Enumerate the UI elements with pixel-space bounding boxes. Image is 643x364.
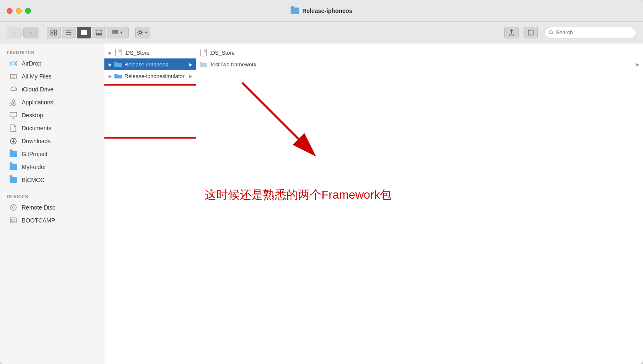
svg-line-32 bbox=[242, 83, 313, 154]
gitproject-icon bbox=[9, 150, 18, 158]
column-1: ▶ .DS_Store ▶ Release-iphoneos ▶ bbox=[104, 43, 196, 364]
file-row-ds-store-1[interactable]: ▶ .DS_Store bbox=[104, 47, 196, 58]
arrow-release-iphoneos: ▶ bbox=[189, 62, 192, 67]
annotation-area: 这时候还是熟悉的两个Framework包 bbox=[196, 70, 643, 321]
sidebar-item-bjcmcc[interactable]: BjCMCC bbox=[3, 174, 101, 186]
nav-buttons: ‹ › bbox=[7, 27, 38, 38]
search-input[interactable] bbox=[556, 29, 632, 35]
search-bar[interactable] bbox=[544, 27, 636, 38]
list-view-button[interactable] bbox=[62, 27, 76, 38]
filename-ds-store-1: .DS_Store bbox=[124, 50, 192, 56]
annotation-box bbox=[104, 84, 196, 139]
myfolder-icon bbox=[9, 163, 18, 171]
file-row-release-iphonesimulator[interactable]: ▶ Release-iphonesimulator ▶ bbox=[104, 70, 196, 82]
grid-icon bbox=[51, 30, 57, 35]
tag-button[interactable] bbox=[524, 27, 538, 38]
svg-rect-30 bbox=[12, 219, 15, 222]
tag-icon bbox=[527, 29, 534, 36]
sidebar: Favorites AirDrop bbox=[0, 43, 104, 364]
search-icon bbox=[549, 30, 554, 35]
share-icon bbox=[508, 29, 515, 36]
expand-arrow-simulator: ▶ bbox=[109, 74, 112, 78]
cover-flow-icon bbox=[96, 30, 102, 35]
annotation-text: 这时候还是熟悉的两个Framework包 bbox=[205, 187, 392, 203]
svg-rect-20 bbox=[10, 74, 16, 79]
maximize-button[interactable] bbox=[25, 8, 31, 14]
arrow-release-iphonesimulator: ▶ bbox=[189, 74, 192, 78]
sidebar-item-bootcamp[interactable]: BOOTCAMP bbox=[3, 214, 101, 227]
sidebar-label-downloads: Downloads bbox=[22, 138, 51, 144]
icon-view-button[interactable] bbox=[47, 27, 61, 38]
sidebar-item-remote-disc[interactable]: Remote Disc bbox=[3, 201, 101, 214]
svg-rect-3 bbox=[54, 33, 56, 35]
toolbar: ‹ › bbox=[0, 22, 643, 43]
all-my-files-icon bbox=[9, 72, 18, 81]
title-folder-icon bbox=[291, 8, 299, 14]
expand-arrow-ds-store: ▶ bbox=[109, 51, 112, 55]
sidebar-label-remote-disc: Remote Disc bbox=[22, 204, 55, 211]
downloads-icon bbox=[9, 137, 18, 145]
sidebar-item-all-my-files[interactable]: All My Files bbox=[3, 70, 101, 83]
svg-rect-13 bbox=[113, 30, 118, 32]
sidebar-item-gitproject[interactable]: GitProject bbox=[3, 148, 101, 160]
share-button[interactable] bbox=[504, 27, 519, 38]
file-icon-ds-store-2 bbox=[200, 49, 207, 56]
filename-testtwo: TestTwo.framework bbox=[210, 61, 634, 68]
sidebar-label-bootcamp: BOOTCAMP bbox=[22, 217, 55, 224]
sidebar-item-applications[interactable]: Applications bbox=[3, 96, 101, 109]
svg-rect-10 bbox=[96, 30, 102, 33]
svg-rect-14 bbox=[113, 33, 118, 34]
sidebar-label-airdrop: AirDrop bbox=[22, 60, 41, 67]
sidebar-label-desktop: Desktop bbox=[22, 112, 43, 119]
settings-dropdown-arrow: ▼ bbox=[144, 30, 148, 35]
sidebar-item-icloud[interactable]: iCloud Drive bbox=[3, 83, 101, 96]
back-button[interactable]: ‹ bbox=[7, 27, 22, 38]
file-row-testtwo-framework[interactable]: TestTwo.framework ▶ bbox=[196, 58, 643, 70]
column-view-button[interactable] bbox=[77, 27, 91, 38]
file-icon-ds-store-1 bbox=[114, 49, 122, 56]
sidebar-item-myfolder[interactable]: MyFolder bbox=[3, 161, 101, 173]
forward-button[interactable]: › bbox=[23, 27, 38, 38]
sidebar-label-all-my-files: All My Files bbox=[22, 73, 52, 80]
svg-rect-1 bbox=[54, 30, 56, 32]
airdrop-icon bbox=[9, 59, 18, 68]
sidebar-item-downloads[interactable]: Downloads bbox=[3, 135, 101, 147]
svg-rect-16 bbox=[528, 30, 533, 35]
gear-icon bbox=[137, 29, 144, 36]
folder-icon-testtwo bbox=[200, 61, 207, 68]
arrow-testtwo: ▶ bbox=[636, 62, 640, 67]
sidebar-item-desktop[interactable]: Desktop bbox=[3, 109, 101, 121]
svg-point-27 bbox=[10, 205, 16, 210]
desktop-icon bbox=[9, 111, 18, 119]
divider-1 bbox=[0, 189, 104, 189]
back-icon: ‹ bbox=[13, 29, 15, 36]
close-button[interactable] bbox=[7, 8, 13, 14]
folder-icon-release bbox=[114, 61, 122, 68]
svg-point-19 bbox=[12, 62, 15, 65]
sidebar-label-icloud: iCloud Drive bbox=[22, 86, 53, 93]
remote-disc-icon bbox=[9, 203, 18, 212]
annotation-arrow bbox=[221, 70, 367, 179]
file-row-release-iphoneos[interactable]: ▶ Release-iphoneos ▶ bbox=[104, 58, 196, 70]
svg-point-17 bbox=[549, 30, 552, 33]
titlebar: Release-iphoneos bbox=[0, 0, 643, 22]
group-view-button[interactable]: ▼ bbox=[107, 27, 129, 38]
file-row-ds-store-2[interactable]: .DS_Store bbox=[196, 47, 643, 58]
settings-button[interactable]: ▼ bbox=[135, 27, 149, 38]
svg-rect-2 bbox=[51, 33, 53, 35]
favorites-section-title: Favorites bbox=[0, 48, 104, 57]
column-icon bbox=[81, 30, 87, 35]
sidebar-item-documents[interactable]: Documents bbox=[3, 122, 101, 134]
filename-release-iphonesimulator: Release-iphonesimulator bbox=[124, 73, 187, 79]
svg-rect-23 bbox=[10, 112, 17, 117]
finder-window: Release-iphoneos ‹ › bbox=[0, 0, 643, 364]
cover-flow-button[interactable] bbox=[92, 27, 106, 38]
svg-rect-29 bbox=[10, 218, 16, 223]
sidebar-item-airdrop[interactable]: AirDrop bbox=[3, 57, 101, 70]
folder-icon-simulator bbox=[114, 72, 122, 80]
svg-line-18 bbox=[552, 33, 553, 34]
minimize-button[interactable] bbox=[16, 8, 22, 14]
filename-release-iphoneos: Release-iphoneos bbox=[124, 61, 187, 68]
bjcmcc-icon bbox=[9, 176, 18, 184]
devices-section-title: Devices bbox=[0, 192, 104, 201]
